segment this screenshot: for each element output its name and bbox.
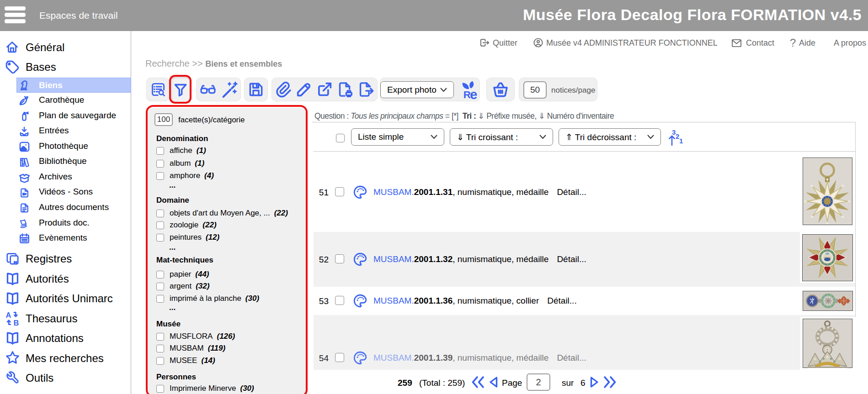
svg-text:B: B — [14, 319, 19, 326]
svg-text:A: A — [5, 311, 11, 319]
svg-text:1: 1 — [679, 137, 683, 145]
svg-text:e: e — [470, 87, 477, 100]
